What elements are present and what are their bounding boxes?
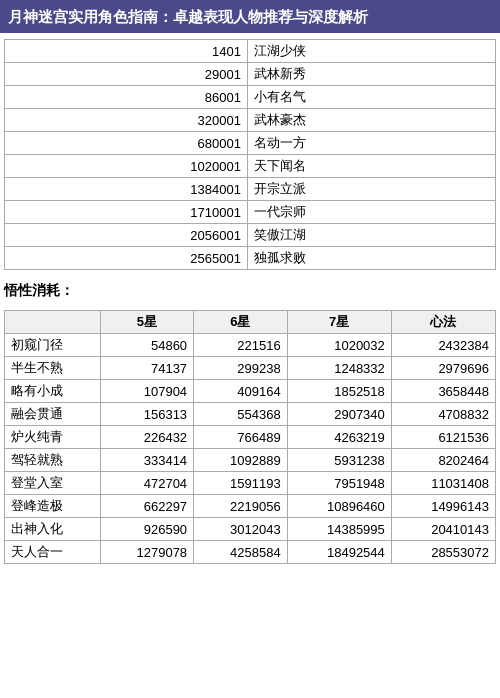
rank-row: 2056001笑傲江湖 xyxy=(5,224,496,247)
rank-row: 29001武林新秀 xyxy=(5,63,496,86)
wu-level: 半生不熟 xyxy=(5,357,101,380)
wu-xf: 14996143 xyxy=(391,495,495,518)
wu-s5: 662297 xyxy=(100,495,194,518)
wu-table: 5星6星7星心法 初窥门径 54860 221516 1020032 24323… xyxy=(4,310,496,564)
wu-row: 出神入化 926590 3012043 14385995 20410143 xyxy=(5,518,496,541)
wu-row: 登堂入室 472704 1591193 7951948 11031408 xyxy=(5,472,496,495)
rank-exp: 2565001 xyxy=(5,247,248,270)
rank-row: 1020001天下闻名 xyxy=(5,155,496,178)
wu-s7: 5931238 xyxy=(287,449,391,472)
wu-s5: 472704 xyxy=(100,472,194,495)
wu-xf: 3658448 xyxy=(391,380,495,403)
rank-title: 一代宗师 xyxy=(247,201,495,224)
page-title: 月神迷宫实用角色指南：卓越表现人物推荐与深度解析 xyxy=(8,8,368,25)
wu-level: 略有小成 xyxy=(5,380,101,403)
wu-level: 融会贯通 xyxy=(5,403,101,426)
wu-s5: 74137 xyxy=(100,357,194,380)
wu-level: 登峰造极 xyxy=(5,495,101,518)
wu-level: 初窥门径 xyxy=(5,334,101,357)
rank-title: 武林新秀 xyxy=(247,63,495,86)
wu-s7: 10896460 xyxy=(287,495,391,518)
wu-xf: 28553072 xyxy=(391,541,495,564)
wu-header-4: 心法 xyxy=(391,311,495,334)
wu-s6: 3012043 xyxy=(194,518,288,541)
rank-exp: 1384001 xyxy=(5,178,248,201)
wu-s6: 299238 xyxy=(194,357,288,380)
rank-row: 1384001开宗立派 xyxy=(5,178,496,201)
wu-s7: 2907340 xyxy=(287,403,391,426)
wu-row: 驾轻就熟 333414 1092889 5931238 8202464 xyxy=(5,449,496,472)
rank-exp: 680001 xyxy=(5,132,248,155)
rank-exp: 1710001 xyxy=(5,201,248,224)
wu-row: 半生不熟 74137 299238 1248332 2979696 xyxy=(5,357,496,380)
wu-header-row: 5星6星7星心法 xyxy=(5,311,496,334)
wu-row: 登峰造极 662297 2219056 10896460 14996143 xyxy=(5,495,496,518)
wu-header-2: 6星 xyxy=(194,311,288,334)
wu-header-1: 5星 xyxy=(100,311,194,334)
page-header: 月神迷宫实用角色指南：卓越表现人物推荐与深度解析 xyxy=(0,0,500,33)
wu-s6: 221516 xyxy=(194,334,288,357)
rank-exp: 86001 xyxy=(5,86,248,109)
rank-title: 江湖少侠 xyxy=(247,40,495,63)
wu-s6: 2219056 xyxy=(194,495,288,518)
rank-section: 1401江湖少侠29001武林新秀86001小有名气320001武林豪杰6800… xyxy=(0,33,500,276)
wu-s7: 1852518 xyxy=(287,380,391,403)
rank-exp: 320001 xyxy=(5,109,248,132)
wu-row: 融会贯通 156313 554368 2907340 4708832 xyxy=(5,403,496,426)
wu-xf: 2979696 xyxy=(391,357,495,380)
rank-table: 1401江湖少侠29001武林新秀86001小有名气320001武林豪杰6800… xyxy=(4,39,496,270)
wu-s5: 333414 xyxy=(100,449,194,472)
rank-row: 1401江湖少侠 xyxy=(5,40,496,63)
rank-title: 笑傲江湖 xyxy=(247,224,495,247)
wu-level: 驾轻就熟 xyxy=(5,449,101,472)
rank-row: 320001武林豪杰 xyxy=(5,109,496,132)
wu-s6: 409164 xyxy=(194,380,288,403)
wu-header-0 xyxy=(5,311,101,334)
wu-row: 略有小成 107904 409164 1852518 3658448 xyxy=(5,380,496,403)
wu-level: 天人合一 xyxy=(5,541,101,564)
wu-s7: 14385995 xyxy=(287,518,391,541)
wu-s7: 1020032 xyxy=(287,334,391,357)
wu-s6: 4258584 xyxy=(194,541,288,564)
wu-s6: 1591193 xyxy=(194,472,288,495)
wu-s5: 226432 xyxy=(100,426,194,449)
rank-title: 开宗立派 xyxy=(247,178,495,201)
wu-section-title: 悟性消耗： xyxy=(4,282,496,300)
rank-exp: 29001 xyxy=(5,63,248,86)
wu-s6: 766489 xyxy=(194,426,288,449)
rank-row: 86001小有名气 xyxy=(5,86,496,109)
wu-s5: 107904 xyxy=(100,380,194,403)
rank-exp: 1401 xyxy=(5,40,248,63)
wu-s7: 18492544 xyxy=(287,541,391,564)
rank-exp: 2056001 xyxy=(5,224,248,247)
rank-title: 名动一方 xyxy=(247,132,495,155)
wu-row: 初窥门径 54860 221516 1020032 2432384 xyxy=(5,334,496,357)
wu-s6: 554368 xyxy=(194,403,288,426)
wu-level: 出神入化 xyxy=(5,518,101,541)
wu-s5: 156313 xyxy=(100,403,194,426)
rank-title: 小有名气 xyxy=(247,86,495,109)
rank-exp: 1020001 xyxy=(5,155,248,178)
wu-level: 炉火纯青 xyxy=(5,426,101,449)
wu-xf: 6121536 xyxy=(391,426,495,449)
rank-row: 2565001独孤求败 xyxy=(5,247,496,270)
wu-row: 炉火纯青 226432 766489 4263219 6121536 xyxy=(5,426,496,449)
rank-row: 1710001一代宗师 xyxy=(5,201,496,224)
wu-header-3: 7星 xyxy=(287,311,391,334)
rank-title: 独孤求败 xyxy=(247,247,495,270)
wu-level: 登堂入室 xyxy=(5,472,101,495)
wu-xf: 11031408 xyxy=(391,472,495,495)
rank-row: 680001名动一方 xyxy=(5,132,496,155)
wu-s7: 7951948 xyxy=(287,472,391,495)
wu-xf: 4708832 xyxy=(391,403,495,426)
wu-s6: 1092889 xyxy=(194,449,288,472)
rank-title: 天下闻名 xyxy=(247,155,495,178)
wu-s5: 926590 xyxy=(100,518,194,541)
wu-section: 5星6星7星心法 初窥门径 54860 221516 1020032 24323… xyxy=(0,304,500,570)
wu-s5: 1279078 xyxy=(100,541,194,564)
wu-row: 天人合一 1279078 4258584 18492544 28553072 xyxy=(5,541,496,564)
wu-xf: 2432384 xyxy=(391,334,495,357)
wu-xf: 8202464 xyxy=(391,449,495,472)
wu-s5: 54860 xyxy=(100,334,194,357)
rank-title: 武林豪杰 xyxy=(247,109,495,132)
